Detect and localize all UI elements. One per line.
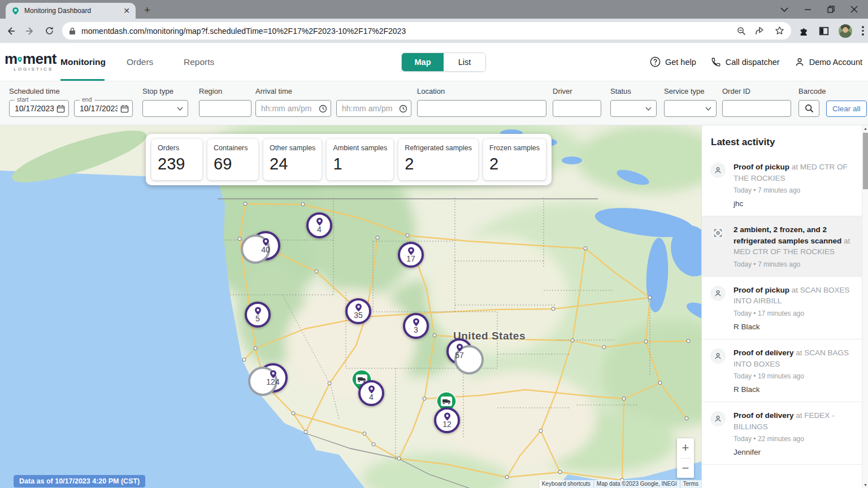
activity-text: Proof of pickup at MED CTR OF THE ROCKIE… bbox=[734, 162, 853, 184]
activity-person: R Black bbox=[734, 323, 853, 331]
nav-reports[interactable]: Reports bbox=[184, 43, 214, 81]
map-cluster-marker[interactable]: 12 bbox=[434, 407, 460, 433]
scan-icon bbox=[714, 229, 722, 237]
browser-tab[interactable]: Monitoring Dashboard ✕ bbox=[6, 3, 136, 19]
clock-icon[interactable] bbox=[399, 104, 407, 113]
zoom-in-button[interactable]: + bbox=[677, 438, 694, 458]
url-input[interactable]: momentdash.com/monitoring/map?f.schedule… bbox=[62, 22, 791, 40]
activity-item[interactable]: Proof of delivery at SCAN BAGS INTO BOXE… bbox=[702, 339, 868, 402]
activity-action: Proof of pickup bbox=[734, 163, 789, 171]
browser-menu-chevron-icon[interactable] bbox=[780, 7, 788, 12]
city-label bbox=[244, 201, 248, 206]
status-select[interactable] bbox=[610, 100, 657, 117]
zoom-page-icon[interactable] bbox=[737, 27, 746, 36]
marker-count: 40 bbox=[261, 246, 270, 254]
zoom-out-button[interactable]: − bbox=[677, 459, 694, 478]
map-cluster-marker[interactable]: 124 bbox=[258, 363, 288, 393]
terms-link[interactable]: Terms bbox=[680, 480, 701, 488]
stat-card[interactable]: Refrigerated samples 2 bbox=[398, 139, 478, 180]
city-label bbox=[558, 469, 562, 474]
activity-timestamp: Today • 7 minutes ago bbox=[734, 260, 853, 268]
nav-monitoring[interactable]: Monitoring bbox=[60, 43, 106, 81]
stat-label: Orders bbox=[158, 144, 196, 152]
stat-card[interactable]: Other samples 24 bbox=[263, 139, 322, 180]
activity-scrollbar[interactable]: ▲ ▼ bbox=[862, 125, 868, 488]
window-close-icon[interactable] bbox=[850, 6, 858, 13]
browser-menu-icon[interactable] bbox=[862, 26, 864, 36]
app-header: m ment LOGISTICS Monitoring Orders Repor… bbox=[0, 43, 868, 81]
map-cluster-marker[interactable]: 4 bbox=[306, 212, 332, 238]
end-legend: end bbox=[80, 96, 94, 103]
city-label bbox=[376, 235, 380, 239]
service-type-select[interactable] bbox=[664, 100, 717, 117]
tab-close-icon[interactable]: ✕ bbox=[123, 7, 130, 15]
chevron-down-icon bbox=[705, 107, 711, 111]
calendar-icon[interactable] bbox=[120, 104, 129, 113]
window-restore-icon[interactable] bbox=[827, 6, 835, 13]
new-tab-button[interactable]: + bbox=[144, 5, 150, 15]
calendar-icon[interactable] bbox=[57, 104, 65, 113]
clear-all-button[interactable]: Clear all bbox=[826, 101, 867, 117]
stop-type-select[interactable] bbox=[142, 100, 188, 117]
service-type-label: Service type bbox=[664, 87, 705, 95]
side-panel-icon[interactable] bbox=[819, 26, 829, 36]
activity-person: Jennifer bbox=[734, 448, 853, 456]
activity-item[interactable]: Proof of delivery at FEDEX - BILLINGS To… bbox=[702, 402, 868, 465]
activity-item[interactable]: 2 ambient, 2 frozen, and 2 refrigerated … bbox=[702, 216, 868, 277]
scrollbar-up-icon[interactable]: ▲ bbox=[863, 127, 867, 130]
nav-active-underline bbox=[60, 79, 105, 81]
start-legend: start bbox=[15, 96, 31, 103]
toggle-map-button[interactable]: Map bbox=[402, 53, 444, 71]
scrollbar-thumb[interactable] bbox=[863, 133, 868, 189]
location-input[interactable] bbox=[418, 101, 546, 116]
reload-button[interactable] bbox=[41, 23, 58, 40]
toggle-list-button[interactable]: List bbox=[444, 53, 485, 71]
stat-card[interactable]: Containers 69 bbox=[207, 139, 258, 180]
order-id-input[interactable] bbox=[723, 101, 791, 116]
forward-button[interactable] bbox=[21, 23, 38, 40]
location-label: Location bbox=[417, 87, 445, 95]
map-cluster-marker[interactable]: 17 bbox=[398, 242, 424, 268]
scrollbar-down-icon[interactable]: ▼ bbox=[863, 483, 867, 487]
city-label bbox=[397, 456, 401, 460]
city-label bbox=[602, 345, 606, 349]
activity-item[interactable]: Proof of pickup at MED CTR OF THE ROCKIE… bbox=[702, 154, 868, 216]
get-help-button[interactable]: Get help bbox=[650, 56, 696, 67]
keyboard-shortcuts-link[interactable]: Keyboard shortcuts bbox=[539, 480, 593, 488]
stat-card[interactable]: Frozen samples 2 bbox=[483, 139, 546, 180]
stat-card[interactable]: Ambient samples 1 bbox=[327, 139, 393, 180]
city-label bbox=[539, 428, 543, 433]
share-icon[interactable] bbox=[756, 27, 765, 35]
map-cluster-marker[interactable]: 35 bbox=[345, 298, 371, 324]
moment-logo[interactable]: m ment LOGISTICS bbox=[5, 50, 57, 72]
city-label bbox=[406, 233, 410, 237]
stat-card[interactable]: Orders 239 bbox=[151, 139, 202, 180]
activity-action: Proof of pickup bbox=[734, 286, 789, 294]
activity-action: 2 ambient, 2 frozen, and 2 refrigerated … bbox=[734, 225, 841, 245]
map-cluster-marker[interactable]: 40 bbox=[251, 231, 280, 260]
back-button[interactable] bbox=[2, 23, 19, 40]
window-minimize-icon[interactable] bbox=[804, 6, 811, 13]
activity-text: 2 ambient, 2 frozen, and 2 refrigerated … bbox=[734, 224, 853, 258]
activity-timestamp: Today • 19 minutes ago bbox=[734, 372, 853, 380]
tab-favicon-pin-icon bbox=[11, 7, 20, 15]
extensions-puzzle-icon[interactable] bbox=[799, 26, 809, 36]
clock-icon[interactable] bbox=[319, 104, 327, 113]
call-dispatcher-button[interactable]: Call dispatcher bbox=[711, 57, 780, 67]
region-input[interactable] bbox=[199, 101, 251, 116]
barcode-search-button[interactable] bbox=[798, 100, 819, 117]
profile-avatar[interactable] bbox=[839, 24, 852, 38]
activity-icon bbox=[710, 286, 726, 301]
driver-input[interactable] bbox=[553, 101, 601, 116]
map-cluster-marker[interactable]: 3 bbox=[403, 313, 429, 339]
bookmark-star-icon[interactable] bbox=[775, 26, 784, 36]
map-cluster-marker[interactable]: 5 bbox=[245, 302, 271, 328]
stat-label: Ambient samples bbox=[333, 144, 387, 152]
account-menu[interactable]: Demo Account bbox=[795, 57, 862, 67]
map-cluster-marker[interactable]: 57 bbox=[446, 338, 472, 364]
map-canvas[interactable]: United States 4 40 17 bbox=[0, 125, 701, 488]
map-cluster-marker[interactable]: 4 bbox=[358, 380, 384, 406]
marker-count: 124 bbox=[266, 378, 279, 386]
activity-item[interactable]: Proof of pickup at SCAN BOXES INTO AIRBI… bbox=[702, 277, 868, 339]
nav-orders[interactable]: Orders bbox=[127, 43, 153, 81]
